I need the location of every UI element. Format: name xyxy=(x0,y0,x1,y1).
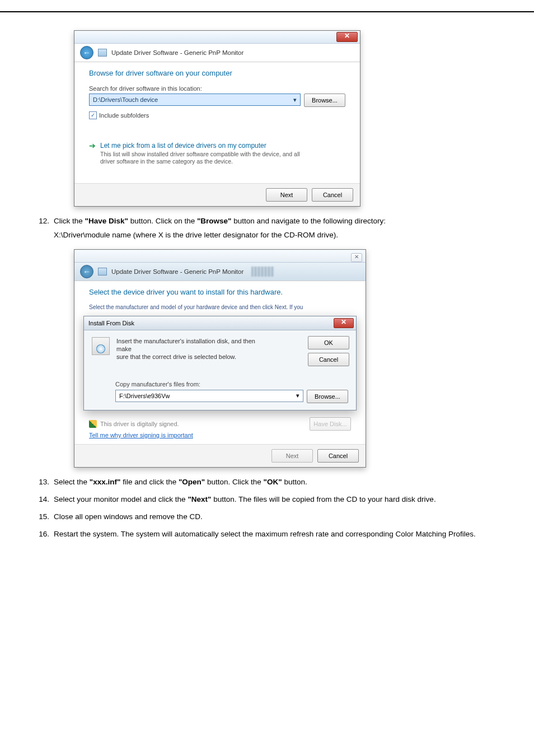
step-14: Select your monitor model and click the … xyxy=(54,493,500,507)
sub-msg-2: sure that the correct drive is selected … xyxy=(116,353,236,360)
arrow-right-icon: ➔ xyxy=(89,142,96,165)
dialog-heading: Browse for driver software on your compu… xyxy=(89,69,345,77)
ok-button[interactable]: OK xyxy=(308,336,349,349)
disk-icon xyxy=(92,337,110,355)
browse-button[interactable]: Browse... xyxy=(307,390,348,403)
step-13: Select the "xxx.inf" file and click the … xyxy=(54,475,500,489)
chevron-down-icon[interactable]: ▾ xyxy=(293,96,297,104)
step-number: 13. xyxy=(34,475,49,489)
arrow-left-icon: ← xyxy=(83,267,91,276)
update-driver-dialog-select: ✕ ← Update Driver Software - Generic PnP… xyxy=(74,249,366,468)
search-label: Search for driver software in this locat… xyxy=(89,85,345,92)
chevron-down-icon[interactable]: ▾ xyxy=(296,392,299,399)
update-driver-dialog-browse: ✕ ← Update Driver Software - Generic PnP… xyxy=(74,30,360,207)
have-disk-button[interactable]: Have Disk... xyxy=(310,417,351,431)
next-button[interactable]: Next xyxy=(266,188,307,202)
copy-path-input[interactable]: F:\Drivers\e936Vw ▾ xyxy=(115,390,303,402)
include-subfolders-checkbox[interactable]: ✓ xyxy=(89,111,97,119)
back-button[interactable]: ← xyxy=(80,265,93,278)
sub-msg-1: Insert the manufacturer's installation d… xyxy=(116,338,255,352)
wizard-title: Update Driver Software - Generic PnP Mon… xyxy=(111,268,243,275)
sub-titlebar: Install From Disk ✕ xyxy=(84,316,356,330)
copy-path-value: F:\Drivers\e936Vw xyxy=(119,393,170,399)
back-button[interactable]: ← xyxy=(80,46,93,59)
browse-button[interactable]: Browse... xyxy=(304,94,345,107)
path-value: D:\Drivers\Touch device xyxy=(93,96,158,103)
option-desc-2: driver software in the same category as … xyxy=(100,158,233,165)
step-12: Click the "Have Disk" button. Click on t… xyxy=(54,214,500,242)
titlebar: ✕ xyxy=(74,31,360,44)
step-16: Restart the system. The system will auto… xyxy=(54,528,500,542)
sub-title: Install From Disk xyxy=(88,320,134,326)
step-number: 12. xyxy=(34,214,49,242)
signing-info-link[interactable]: Tell me why driver signing is important xyxy=(74,432,208,444)
hint-text: Select the manufacturer and model of you… xyxy=(89,304,351,310)
step-number: 15. xyxy=(34,510,49,524)
signed-text: This driver is digitally signed. xyxy=(100,421,179,427)
dialog-heading: Select the device driver you want to ins… xyxy=(89,288,351,296)
wizard-title: Update Driver Software - Generic PnP Mon… xyxy=(111,49,243,56)
copy-from-label: Copy manufacturer's files from: xyxy=(115,381,348,388)
arrow-left-icon: ← xyxy=(83,48,91,57)
wizard-header: ← Update Driver Software - Generic PnP M… xyxy=(74,44,360,62)
wizard-header: ← Update Driver Software - Generic PnP M… xyxy=(74,263,366,281)
install-from-disk-dialog: Install From Disk ✕ Insert the manufactu… xyxy=(83,316,357,410)
cancel-button[interactable]: Cancel xyxy=(308,353,349,366)
option-title: Let me pick from a list of device driver… xyxy=(100,142,300,150)
next-button[interactable]: Next xyxy=(271,449,313,463)
step-number: 16. xyxy=(34,528,49,542)
close-icon[interactable]: ✕ xyxy=(351,253,362,262)
monitor-icon xyxy=(98,268,107,276)
path-input[interactable]: D:\Drivers\Touch device ▾ xyxy=(89,94,301,106)
close-icon[interactable]: ✕ xyxy=(334,318,354,328)
cancel-button[interactable]: Cancel xyxy=(317,449,359,463)
pick-from-list-option[interactable]: ➔ Let me pick from a list of device driv… xyxy=(89,142,345,165)
step-number: 14. xyxy=(34,493,49,507)
close-icon[interactable]: ✕ xyxy=(336,32,358,42)
step-15: Close all open windows and remove the CD… xyxy=(54,510,500,524)
shield-icon xyxy=(89,420,97,428)
include-subfolders-label: Include subfolders xyxy=(99,112,149,119)
titlebar: ✕ xyxy=(74,250,366,263)
option-desc-1: This list will show installed driver sof… xyxy=(100,151,300,157)
cancel-button[interactable]: Cancel xyxy=(312,188,353,202)
monitor-icon xyxy=(98,49,107,57)
